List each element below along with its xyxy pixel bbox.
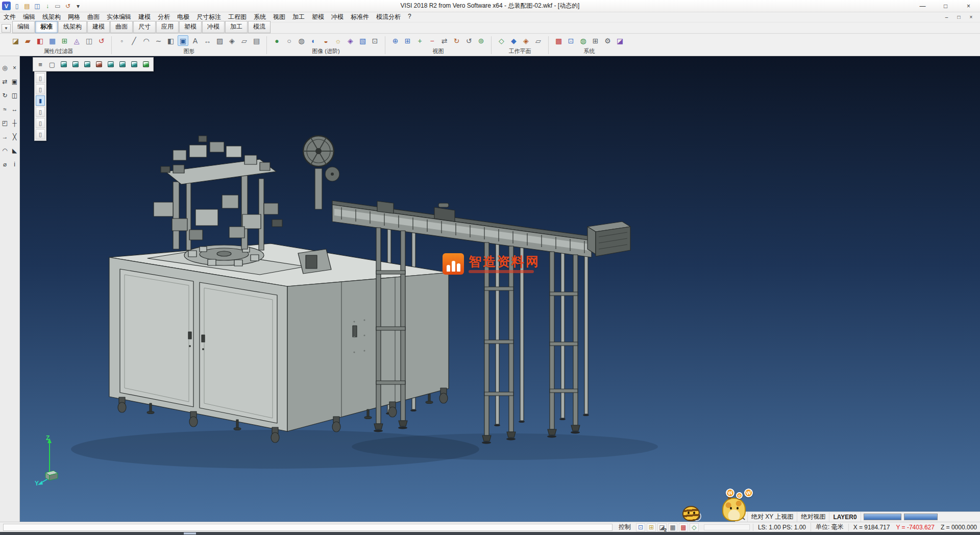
- zoom-fit-icon[interactable]: ⊕: [390, 35, 401, 46]
- minimize-button[interactable]: —: [911, 0, 934, 12]
- dynamic-iso-view-icon[interactable]: [141, 59, 151, 69]
- lighting-icon[interactable]: ☼: [333, 35, 344, 46]
- display-settings-icon[interactable]: ⊡: [566, 35, 576, 46]
- fillet-icon[interactable]: ◠: [1, 146, 9, 155]
- active-layer-segment[interactable]: LAYER0: [829, 512, 861, 522]
- offset-icon[interactable]: ≈: [1, 105, 9, 114]
- arcs-toggle-icon[interactable]: ◠: [141, 35, 152, 46]
- color-table-icon[interactable]: ▩: [553, 35, 564, 46]
- workplane-entity-icon[interactable]: ◆: [508, 35, 519, 46]
- grid-settings-icon[interactable]: ⊞: [590, 35, 601, 46]
- ribbon-tab[interactable]: 加工: [225, 21, 248, 33]
- measure-icon[interactable]: ⌀: [1, 160, 9, 169]
- open-document-icon[interactable]: ▤: [22, 2, 32, 11]
- undo-icon[interactable]: ↺: [63, 2, 73, 11]
- menu-item[interactable]: 视图: [270, 12, 289, 22]
- new-document-icon[interactable]: ▯: [12, 2, 22, 11]
- snap-grid-button[interactable]: ▯: [36, 129, 45, 139]
- previous-view-icon[interactable]: ↺: [463, 35, 474, 46]
- mdi-restore-button[interactable]: □: [953, 13, 964, 21]
- save-icon[interactable]: ◫: [32, 2, 42, 11]
- units-indicator[interactable]: 单位: 毫米: [811, 523, 848, 531]
- properties-icon[interactable]: ◪: [10, 35, 21, 46]
- left-view-icon[interactable]: [106, 59, 116, 69]
- snap-toggle-icon[interactable]: ⊡: [636, 523, 645, 531]
- edit-count-icon[interactable]: ◪2: [657, 523, 667, 531]
- zoom-window-icon[interactable]: ⊞: [402, 35, 413, 46]
- hidden-line-icon[interactable]: ◍: [296, 35, 307, 46]
- zoom-out-icon[interactable]: −: [427, 35, 437, 46]
- solids-toggle-icon[interactable]: ▣: [178, 35, 188, 46]
- world-icon[interactable]: ◍: [578, 35, 589, 46]
- snap-quadrant-button[interactable]: ▯: [36, 118, 45, 128]
- materials-icon[interactable]: ◈: [345, 35, 356, 46]
- chamfer-icon[interactable]: ◣: [10, 146, 19, 155]
- color-filter-icon[interactable]: ◧: [35, 35, 45, 46]
- close-button[interactable]: ×: [957, 0, 980, 12]
- transparency-icon[interactable]: ◐: [308, 35, 319, 46]
- front-view-icon[interactable]: [82, 59, 92, 69]
- layer-indicator-icon[interactable]: ▦: [668, 523, 677, 531]
- rotate-icon[interactable]: ↻: [1, 91, 9, 100]
- menu-item[interactable]: 模流分析: [373, 12, 404, 22]
- lines-toggle-icon[interactable]: ╱: [129, 35, 139, 46]
- mdi-close-button[interactable]: ×: [966, 13, 976, 21]
- profiles-toggle-icon[interactable]: ▱: [239, 35, 250, 46]
- type-filter-icon[interactable]: ⊞: [59, 35, 70, 46]
- mdi-minimize-button[interactable]: –: [941, 13, 952, 21]
- wcs-indicator-icon[interactable]: ◇: [690, 523, 699, 531]
- iso-view-icon[interactable]: [59, 59, 69, 69]
- ribbon-tab[interactable]: 编辑: [12, 21, 35, 33]
- dimensions-toggle-icon[interactable]: ↔: [202, 35, 213, 46]
- snap-end-button[interactable]: ▯: [36, 84, 45, 94]
- wireframe-mode-icon[interactable]: ○: [284, 35, 295, 46]
- back-view-icon[interactable]: [117, 59, 128, 69]
- menu-item[interactable]: ?: [404, 12, 415, 22]
- ribbon-tab[interactable]: 标准: [35, 21, 58, 33]
- mirror-icon[interactable]: ◫: [10, 91, 19, 100]
- shaded-mode-icon[interactable]: ●: [272, 35, 282, 46]
- surfaces-toggle-icon[interactable]: ◧: [165, 35, 176, 46]
- ribbon-tab[interactable]: 塑模: [179, 21, 202, 33]
- menu-item[interactable]: 冲模: [328, 12, 347, 22]
- top-view-icon[interactable]: [70, 59, 81, 69]
- menu-item[interactable]: 塑模: [308, 12, 328, 22]
- ribbon-tab[interactable]: 应用: [156, 21, 179, 33]
- ribbon-tab[interactable]: 模流: [248, 21, 271, 33]
- snap-mid-button[interactable]: ▮: [36, 95, 45, 106]
- refresh-view-icon[interactable]: ⊚: [476, 35, 486, 46]
- zoom-select-icon[interactable]: ◎: [1, 63, 9, 72]
- break-icon[interactable]: ╳: [10, 132, 19, 141]
- grid-toggle-icon[interactable]: ⊞: [647, 523, 656, 531]
- mask-filter-icon[interactable]: ◫: [84, 35, 94, 46]
- ribbon-tab[interactable]: 曲面: [110, 21, 133, 33]
- text-toggle-icon[interactable]: A: [190, 35, 201, 46]
- system-options-icon[interactable]: ⚙: [602, 35, 613, 46]
- toolbar-options-icon[interactable]: ▾: [73, 2, 83, 11]
- view-ref-segment[interactable]: 绝对视图: [797, 512, 829, 522]
- right-view-icon[interactable]: [94, 59, 104, 69]
- rotate-view-icon[interactable]: ↻: [451, 35, 462, 46]
- stretch-icon[interactable]: ↔: [10, 105, 19, 114]
- zoom-in-icon[interactable]: +: [414, 35, 425, 46]
- maximize-button[interactable]: □: [934, 0, 957, 12]
- info-icon[interactable]: i: [10, 160, 19, 169]
- snap-center-button[interactable]: ▯: [36, 107, 45, 117]
- ribbon-tab[interactable]: 冲模: [202, 21, 225, 33]
- bottom-view-icon[interactable]: [129, 59, 139, 69]
- entity-filter-icon[interactable]: ◬: [71, 35, 82, 46]
- viewport-3d[interactable]: ≡▢ ▯▯▮▯▯▯ Z Y: [20, 56, 980, 522]
- color-indicator-icon[interactable]: ▩: [679, 523, 688, 531]
- extend-icon[interactable]: →: [1, 132, 9, 141]
- snapshot-icon[interactable]: ⊡: [370, 35, 380, 46]
- symbols-toggle-icon[interactable]: ◈: [227, 35, 237, 46]
- curves-toggle-icon[interactable]: ∼: [153, 35, 164, 46]
- reset-filter-icon[interactable]: ↺: [96, 35, 107, 46]
- scale-icon[interactable]: ◰: [1, 118, 9, 128]
- ribbon-tab[interactable]: 建模: [87, 21, 110, 33]
- menu-item[interactable]: 加工: [289, 12, 308, 22]
- workplane-reset-icon[interactable]: ▱: [533, 35, 544, 46]
- workplane-xy-icon[interactable]: ◇: [496, 35, 507, 46]
- move-icon[interactable]: ⇄: [1, 77, 9, 86]
- print-icon[interactable]: ▭: [53, 2, 63, 11]
